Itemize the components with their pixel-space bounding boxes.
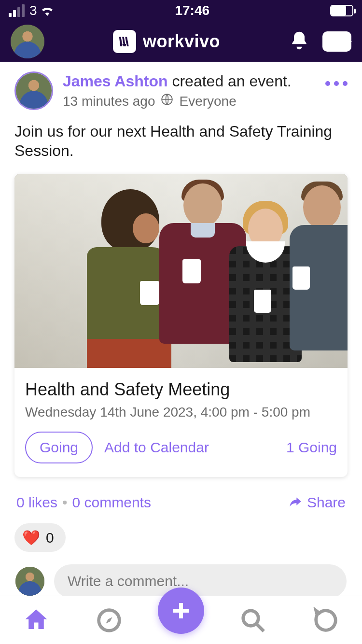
signal-icon (9, 4, 25, 17)
commenter-avatar[interactable] (15, 567, 44, 596)
post: James Ashton created an event. 13 minute… (0, 62, 362, 598)
globe-icon (161, 93, 173, 109)
wifi-icon (40, 5, 55, 16)
comment-input[interactable]: Write a comment... (54, 564, 347, 598)
post-timestamp: 13 minutes ago (63, 94, 155, 109)
add-to-calendar-button[interactable]: Add to Calendar (104, 439, 209, 456)
status-left: 3 (9, 3, 55, 18)
share-button[interactable]: Share (289, 494, 346, 511)
event-card[interactable]: Health and Safety Meeting Wednesday 14th… (14, 174, 348, 477)
post-header: James Ashton created an event. 13 minute… (14, 71, 348, 110)
brand-icon (113, 30, 136, 53)
compose-button[interactable] (158, 588, 204, 634)
going-button[interactable]: Going (25, 432, 93, 463)
engagement-row: 0 likes • 0 comments Share (14, 477, 348, 511)
going-count[interactable]: 1 Going (286, 439, 337, 456)
post-author-name[interactable]: James Ashton (63, 72, 168, 90)
tab-home[interactable] (12, 601, 60, 640)
feed: James Ashton created an event. 13 minute… (0, 62, 362, 644)
video-button[interactable] (322, 31, 351, 52)
post-meta: 13 minutes ago Everyone (63, 93, 316, 109)
brand[interactable]: workvivo (113, 30, 220, 53)
likes-count[interactable]: 0 likes (16, 494, 57, 511)
post-action-text: created an event. (172, 72, 291, 90)
tab-bar (0, 596, 362, 644)
reaction-button[interactable]: ❤️ 0 (14, 523, 66, 552)
heart-icon: ❤️ (22, 529, 40, 546)
svg-point-5 (243, 610, 259, 626)
profile-avatar[interactable] (11, 25, 44, 58)
comments-count[interactable]: 0 comments (72, 494, 151, 511)
dot-separator: • (62, 494, 68, 511)
status-time: 17:46 (175, 3, 209, 18)
event-image (14, 174, 348, 368)
post-headline: James Ashton created an event. (63, 72, 316, 90)
tab-explore[interactable] (85, 601, 133, 640)
status-bar: 3 17:46 (0, 0, 362, 21)
post-visibility: Everyone (179, 94, 236, 109)
carrier-label: 3 (29, 3, 37, 18)
brand-name: workvivo (143, 31, 220, 52)
app-header: workvivo (0, 21, 362, 62)
tab-chat[interactable] (302, 601, 350, 640)
post-more-button[interactable] (325, 71, 348, 86)
post-body-text: Join us for our next Health and Safety T… (14, 122, 348, 160)
reaction-count: 0 (46, 530, 54, 546)
tab-search[interactable] (229, 601, 277, 640)
event-title: Health and Safety Meeting (25, 379, 337, 400)
post-author-avatar[interactable] (14, 71, 53, 110)
notifications-button[interactable] (289, 30, 310, 53)
battery-icon (330, 5, 353, 16)
share-label: Share (307, 494, 346, 511)
event-datetime: Wednesday 14th June 2023, 4:00 pm - 5:00… (25, 405, 337, 420)
svg-line-6 (256, 623, 264, 631)
